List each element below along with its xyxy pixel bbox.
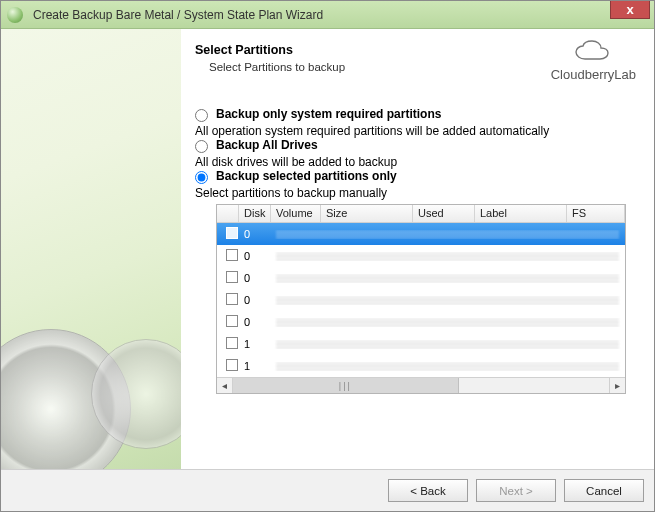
col-label[interactable]: Label xyxy=(475,205,567,222)
close-button[interactable]: x xyxy=(610,1,650,19)
table-row[interactable]: 1 xyxy=(217,355,625,377)
scroll-thumb[interactable]: ||| xyxy=(233,378,459,393)
radio-selected-partitions[interactable] xyxy=(195,171,208,184)
table-row[interactable]: 0 xyxy=(217,223,625,245)
scroll-track[interactable]: ||| xyxy=(233,378,609,393)
back-button[interactable]: < Back xyxy=(388,479,468,502)
cell-disk: 0 xyxy=(239,228,271,240)
scroll-left-icon[interactable]: ◂ xyxy=(217,378,233,393)
table-row[interactable]: 1 xyxy=(217,333,625,355)
col-disk[interactable]: Disk xyxy=(239,205,271,222)
window-title: Create Backup Bare Metal / System State … xyxy=(33,8,323,22)
row-checkbox[interactable] xyxy=(226,315,238,327)
col-used[interactable]: Used xyxy=(413,205,475,222)
col-checkbox[interactable] xyxy=(217,205,239,222)
col-volume[interactable]: Volume xyxy=(271,205,321,222)
table-row[interactable]: 0 xyxy=(217,267,625,289)
table-body: 00000111 xyxy=(217,223,625,377)
scroll-right-icon[interactable]: ▸ xyxy=(609,378,625,393)
row-checkbox[interactable] xyxy=(226,337,238,349)
cell-redacted xyxy=(271,252,625,261)
col-fs[interactable]: FS xyxy=(567,205,625,222)
wizard-sidebar xyxy=(1,29,181,469)
table-row[interactable]: 0 xyxy=(217,289,625,311)
cell-redacted xyxy=(271,274,625,283)
option-desc: All disk drives will be added to backup xyxy=(195,155,636,169)
option-desc: Select partitions to backup manually xyxy=(195,186,636,200)
cell-redacted xyxy=(271,296,625,305)
brand-name: CloudberryLab xyxy=(551,67,636,82)
wizard-footer: < Back Next > Cancel xyxy=(1,469,654,511)
brand-logo: CloudberryLab xyxy=(551,39,636,82)
row-checkbox[interactable] xyxy=(226,293,238,305)
row-checkbox[interactable] xyxy=(226,271,238,283)
cell-redacted xyxy=(271,318,625,327)
cell-disk: 0 xyxy=(239,294,271,306)
backup-options: Backup only system required partitions A… xyxy=(195,107,636,394)
row-checkbox[interactable] xyxy=(226,249,238,261)
table-row[interactable]: 0 xyxy=(217,245,625,267)
cell-disk: 0 xyxy=(239,250,271,262)
cell-redacted xyxy=(271,230,625,239)
option-system-partitions[interactable]: Backup only system required partitions xyxy=(195,107,636,122)
option-all-drives[interactable]: Backup All Drives xyxy=(195,138,636,153)
cell-redacted xyxy=(271,362,625,371)
option-label: Backup selected partitions only xyxy=(216,169,397,183)
option-label: Backup only system required partitions xyxy=(216,107,441,121)
table-row[interactable]: 0 xyxy=(217,311,625,333)
next-button: Next > xyxy=(476,479,556,502)
row-checkbox[interactable] xyxy=(226,227,238,239)
col-size[interactable]: Size xyxy=(321,205,413,222)
option-selected-partitions[interactable]: Backup selected partitions only xyxy=(195,169,636,184)
cell-disk: 1 xyxy=(239,360,271,372)
cell-disk: 1 xyxy=(239,338,271,350)
option-desc: All operation system required partitions… xyxy=(195,124,636,138)
partitions-table: Disk Volume Size Used Label FS 00000111 … xyxy=(216,204,626,394)
table-header-row: Disk Volume Size Used Label FS xyxy=(217,205,625,223)
wizard-page: Select Partitions Select Partitions to b… xyxy=(181,29,654,469)
titlebar: Create Backup Bare Metal / System State … xyxy=(1,1,654,29)
horizontal-scrollbar[interactable]: ◂ ||| ▸ xyxy=(217,377,625,393)
cell-redacted xyxy=(271,340,625,349)
cell-disk: 0 xyxy=(239,272,271,284)
option-label: Backup All Drives xyxy=(216,138,318,152)
cloud-icon xyxy=(573,39,613,65)
app-icon xyxy=(7,7,23,23)
radio-system-partitions[interactable] xyxy=(195,109,208,122)
cancel-button[interactable]: Cancel xyxy=(564,479,644,502)
cell-disk: 0 xyxy=(239,316,271,328)
radio-all-drives[interactable] xyxy=(195,140,208,153)
row-checkbox[interactable] xyxy=(226,359,238,371)
